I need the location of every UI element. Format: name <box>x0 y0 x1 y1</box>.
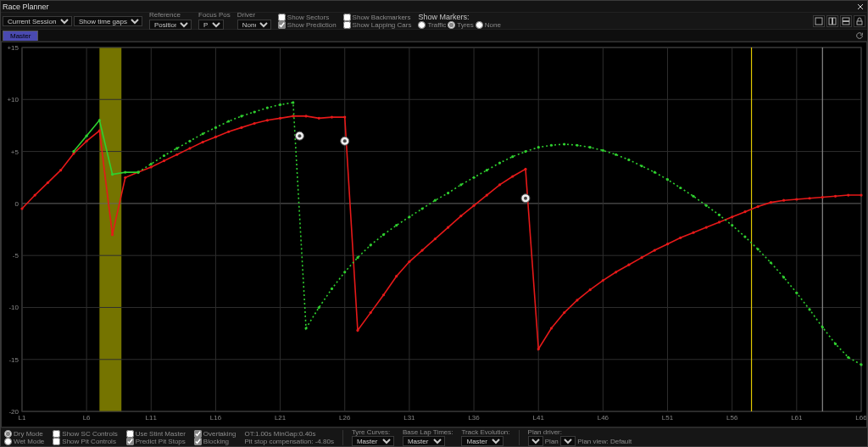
svg-point-186 <box>343 139 347 142</box>
svg-point-74 <box>279 117 281 120</box>
svg-point-75 <box>292 115 294 117</box>
svg-point-144 <box>370 243 372 246</box>
svg-point-77 <box>318 117 320 120</box>
base-lap-label: Base Lap Times: <box>403 428 453 436</box>
marker-none-radio[interactable]: None <box>476 21 501 29</box>
svg-point-153 <box>486 169 488 171</box>
svg-text:-10: -10 <box>8 304 19 311</box>
svg-rect-3 <box>843 18 849 21</box>
show-prediction-checkbox[interactable]: Show Prediction <box>278 21 337 29</box>
svg-point-108 <box>718 221 721 223</box>
marker-tyres-radio[interactable]: Tyres <box>448 21 474 29</box>
svg-point-89 <box>472 204 475 207</box>
svg-point-180 <box>834 343 837 345</box>
layout-2-icon[interactable] <box>826 15 838 27</box>
show-lapping-checkbox[interactable]: Show Lapping Cars <box>343 21 412 29</box>
show-sc-controls-checkbox[interactable]: Show SC Controls <box>53 430 117 438</box>
show-pit-controls-checkbox[interactable]: Show Pit Controls <box>53 438 117 445</box>
wet-mode-radio[interactable]: Wet Mode <box>4 438 44 445</box>
svg-point-141 <box>331 288 333 290</box>
svg-point-112 <box>770 201 772 204</box>
predict-pit-stops-checkbox[interactable]: Predict Pit Stops <box>126 438 186 445</box>
plan-select[interactable] <box>560 436 576 446</box>
show-backmarkers-checkbox[interactable]: Show Backmarkers <box>343 14 412 21</box>
svg-point-136 <box>266 106 269 109</box>
svg-point-119 <box>860 193 862 196</box>
session-select[interactable]: Current Session <box>3 16 72 26</box>
svg-point-115 <box>808 197 810 199</box>
svg-point-98 <box>589 288 592 291</box>
svg-point-166 <box>654 171 656 174</box>
svg-point-56 <box>47 182 49 184</box>
svg-point-174 <box>757 248 760 250</box>
focus-pos-label: Focus Pos <box>198 12 231 19</box>
reference-select[interactable]: Position <box>149 20 192 30</box>
lock-icon[interactable] <box>854 15 865 27</box>
svg-text:L36: L36 <box>468 414 480 422</box>
svg-point-64 <box>150 165 153 168</box>
track-evo-label: Track Evolution: <box>461 428 509 436</box>
svg-point-132 <box>214 126 217 129</box>
use-stint-master-checkbox[interactable]: Use Stint Master <box>126 430 186 438</box>
svg-point-79 <box>343 116 346 119</box>
refresh-icon[interactable] <box>854 30 865 42</box>
tyre-curves-select[interactable]: Master <box>352 436 394 446</box>
svg-point-85 <box>421 249 424 251</box>
layout-1-icon[interactable] <box>813 15 825 27</box>
svg-point-143 <box>356 256 359 259</box>
svg-point-76 <box>304 115 307 117</box>
svg-point-86 <box>434 237 437 240</box>
show-sectors-checkbox[interactable]: Show Sectors <box>278 14 337 21</box>
layout-3-icon[interactable] <box>840 15 852 27</box>
svg-point-165 <box>640 165 643 167</box>
pit-comp-label: Pit stop compensation: -4.80s <box>245 438 334 445</box>
svg-point-142 <box>343 271 346 273</box>
chart-area[interactable]: -20-15-10-50+5+10+15L1L6L11L16L21L26L31L… <box>1 42 867 427</box>
dry-mode-radio[interactable]: Dry Mode <box>4 430 44 438</box>
svg-point-154 <box>498 161 501 164</box>
tabs-bar: Master <box>1 30 867 42</box>
tab-master[interactable]: Master <box>3 31 38 41</box>
close-icon[interactable] <box>855 2 865 12</box>
svg-rect-5 <box>857 21 862 25</box>
svg-point-70 <box>227 131 230 133</box>
svg-point-83 <box>395 275 398 277</box>
plan-driver-select[interactable] <box>528 436 543 446</box>
blocking-checkbox[interactable]: Blocking <box>194 438 236 445</box>
svg-point-117 <box>834 195 837 198</box>
svg-point-103 <box>654 249 656 251</box>
svg-point-148 <box>421 207 424 210</box>
svg-point-65 <box>163 159 165 162</box>
svg-point-168 <box>679 187 682 189</box>
svg-point-130 <box>188 140 191 142</box>
svg-point-178 <box>808 308 810 310</box>
svg-text:L26: L26 <box>339 414 351 422</box>
focus-pos-select[interactable]: P1 <box>198 20 224 30</box>
plan-label: Plan <box>545 438 559 445</box>
track-evo-select[interactable]: Master <box>461 436 504 446</box>
svg-text:+10: +10 <box>7 96 19 103</box>
overtaking-checkbox[interactable]: Overtaking <box>194 430 236 438</box>
svg-point-167 <box>666 178 669 181</box>
svg-point-78 <box>331 116 333 119</box>
svg-point-134 <box>240 115 242 117</box>
svg-point-87 <box>447 226 449 228</box>
svg-point-138 <box>292 101 294 103</box>
base-lap-select[interactable]: Master <box>403 436 445 446</box>
svg-text:L11: L11 <box>146 414 158 422</box>
view-mode-select[interactable]: Show time gaps <box>74 16 142 26</box>
svg-point-184 <box>298 134 301 137</box>
driver-select[interactable]: None <box>237 20 271 30</box>
svg-rect-2 <box>833 18 837 25</box>
svg-point-158 <box>550 144 553 147</box>
svg-point-171 <box>718 214 721 216</box>
svg-point-99 <box>602 279 604 282</box>
svg-point-84 <box>408 260 410 263</box>
tyre-curves-label: Tyre Curves: <box>352 428 394 436</box>
svg-point-105 <box>679 237 682 239</box>
marker-traffic-radio[interactable]: Traffic <box>418 21 446 29</box>
svg-text:L51: L51 <box>662 414 674 422</box>
svg-point-160 <box>576 144 578 147</box>
svg-point-101 <box>627 264 630 266</box>
svg-point-145 <box>382 233 385 236</box>
